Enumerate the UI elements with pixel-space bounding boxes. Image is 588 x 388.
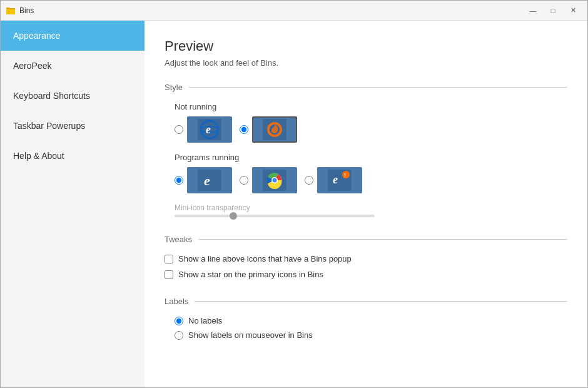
labels-section-label: Labels xyxy=(165,297,188,306)
maximize-button[interactable]: □ xyxy=(544,4,562,18)
labels-option-2: Show labels on mouseover in Bins xyxy=(165,330,567,340)
not-running-option-1: e xyxy=(175,116,232,143)
labels-radio-2[interactable] xyxy=(175,331,183,340)
sidebar-item-appearance[interactable]: Appearance xyxy=(1,21,144,51)
firefox-style-icon xyxy=(263,119,286,140)
not-running-radio-1[interactable] xyxy=(175,125,183,134)
programs-running-icon-2 xyxy=(252,167,297,193)
programs-running-options: e xyxy=(175,167,567,193)
programs-running-option-1: e xyxy=(175,167,232,193)
window-title: Bins xyxy=(19,6,34,15)
transparency-slider-thumb[interactable] xyxy=(230,212,237,220)
programs-running-option-3: e ! xyxy=(305,167,362,193)
tweak-label-2: Show a star on the primary icons in Bins xyxy=(178,270,323,279)
transparency-label: Mini-icon transparency xyxy=(175,203,567,212)
svg-point-13 xyxy=(273,178,277,183)
svg-text:e: e xyxy=(204,173,210,188)
tweaks-section-line xyxy=(198,239,567,240)
tweaks-section: Tweaks Show a line above icons that have… xyxy=(165,235,567,279)
not-running-label: Not running xyxy=(175,102,567,111)
main-content: Preview Adjust the look and feel of Bins… xyxy=(144,21,587,387)
programs-running-radio-2[interactable] xyxy=(240,176,248,185)
sidebar-item-keyboard-shortcuts[interactable]: Keyboard Shortcuts xyxy=(1,81,144,111)
labels-radio-1[interactable] xyxy=(175,317,183,325)
page-subtitle: Adjust the look and feel of Bins. xyxy=(165,58,567,68)
not-running-radio-2[interactable] xyxy=(240,125,248,134)
tweaks-section-header: Tweaks xyxy=(165,235,567,244)
svg-point-16 xyxy=(342,171,350,178)
not-running-row: Not running e xyxy=(165,102,567,143)
svg-text:!: ! xyxy=(344,172,346,178)
svg-text:e: e xyxy=(333,173,338,186)
programs-running-icon-3: e ! xyxy=(317,167,362,193)
sidebar-item-aeropeek[interactable]: AeroPeek xyxy=(1,51,144,81)
chrome-running-icon xyxy=(263,170,286,191)
titlebar-buttons: — □ ✕ xyxy=(524,4,582,18)
ie-running-icon: e xyxy=(198,170,221,191)
programs-running-radio-1[interactable] xyxy=(175,176,183,185)
transparency-slider-track xyxy=(175,215,375,217)
programs-running-label: Programs running xyxy=(175,153,567,162)
tweak-label-1: Show a line above icons that have a Bins… xyxy=(178,254,352,263)
bins-icon xyxy=(6,6,16,16)
style-section: Style Not running xyxy=(165,83,567,217)
minimize-button[interactable]: — xyxy=(524,4,542,18)
style-section-label: Style xyxy=(165,83,183,92)
sidebar-item-help-about[interactable]: Help & About xyxy=(1,141,144,171)
labels-section: Labels No labels Show labels on mouseove… xyxy=(165,297,567,340)
page-title: Preview xyxy=(165,38,567,54)
tweak-item-2: Show a star on the primary icons in Bins xyxy=(165,270,567,279)
not-running-options: e xyxy=(175,116,567,143)
tweak-item-1: Show a line above icons that have a Bins… xyxy=(165,254,567,263)
tweaks-section-label: Tweaks xyxy=(165,235,192,244)
ie-style-icon-1: e xyxy=(198,119,221,140)
programs-running-icon-1: e xyxy=(187,167,232,193)
not-running-option-2 xyxy=(240,116,297,143)
tweak-checkbox-2[interactable] xyxy=(165,270,173,279)
tweak-checkbox-1[interactable] xyxy=(165,255,173,263)
labels-option-1: No labels xyxy=(165,316,567,325)
programs-running-row: Programs running e xyxy=(165,153,567,193)
content-area: Appearance AeroPeek Keyboard Shortcuts T… xyxy=(1,21,587,387)
main-window: Bins — □ ✕ Appearance AeroPeek Keyboard … xyxy=(0,0,588,388)
not-running-icon-1: e xyxy=(187,116,232,143)
close-button[interactable]: ✕ xyxy=(564,4,582,18)
style-section-header: Style xyxy=(165,83,567,92)
sidebar-item-taskbar-powerups[interactable]: Taskbar Powerups xyxy=(1,111,144,141)
svg-text:e: e xyxy=(206,123,211,136)
not-running-icon-2 xyxy=(252,116,297,143)
programs-running-radio-3[interactable] xyxy=(305,176,313,185)
labels-section-header: Labels xyxy=(165,297,567,306)
titlebar-left: Bins xyxy=(6,6,34,16)
style-section-line xyxy=(189,87,567,88)
sidebar: Appearance AeroPeek Keyboard Shortcuts T… xyxy=(1,21,144,387)
titlebar: Bins — □ ✕ xyxy=(1,1,587,21)
ie-alt-running-icon: e ! xyxy=(328,170,352,191)
programs-running-option-2 xyxy=(240,167,297,193)
transparency-slider-container: Mini-icon transparency xyxy=(165,203,567,217)
labels-text-1: No labels xyxy=(188,316,222,325)
labels-text-2: Show labels on mouseover in Bins xyxy=(188,330,313,340)
labels-section-line xyxy=(195,301,567,302)
